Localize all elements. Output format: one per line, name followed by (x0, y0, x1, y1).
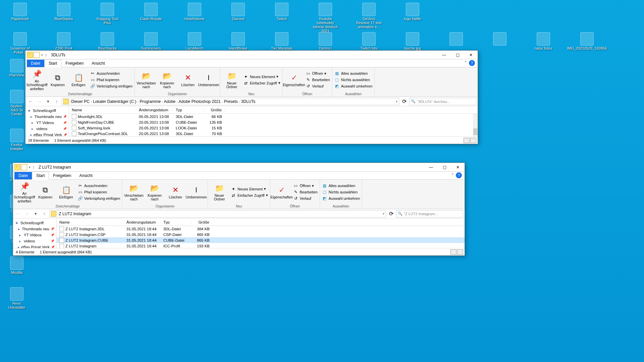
file-row[interactable]: NightFromDay.CUBE20.05.2021 13:08CUBE-Da… (69, 119, 478, 125)
invert-selection-button[interactable]: ◩Auswahl umkehren (334, 83, 373, 89)
paste-link-button[interactable]: 🔗Verknüpfung einfügen (90, 83, 132, 89)
navigation-pane[interactable]: ★Schnellzugriff ▸Thumbnails neu📌▸YT Vide… (25, 106, 69, 136)
nav-item[interactable]: ▸eBay Privat Verk📌 (13, 244, 56, 248)
close-button[interactable]: ✕ (464, 51, 478, 59)
refresh-button[interactable]: ⟳ (387, 210, 395, 218)
qat-icon[interactable] (21, 164, 27, 170)
new-item-button[interactable]: ✦Neues Element ▾ (231, 186, 268, 192)
breadcrumb-item[interactable]: Dieser PC (71, 99, 90, 104)
desktop-icon[interactable] (486, 32, 513, 62)
col-type[interactable]: Typ (173, 108, 204, 112)
desktop-icon[interactable]: natur fotos (530, 32, 557, 62)
forward-button[interactable]: → (36, 98, 43, 105)
new-folder-button[interactable]: 📁Neuer Ordner (210, 183, 229, 201)
select-none-button[interactable]: ▢Nichts auswählen (334, 77, 373, 82)
desktop-icon[interactable]: Hearthstone (181, 3, 208, 33)
col-name[interactable]: Name (57, 220, 124, 224)
tab-share[interactable]: Freigeben (49, 172, 75, 179)
minimize-ribbon-icon[interactable]: ⌃ (451, 173, 454, 177)
col-name[interactable]: Name (69, 108, 136, 112)
tab-view[interactable]: Ansicht (88, 60, 109, 67)
delete-button[interactable]: ✕Löschen (166, 185, 185, 199)
column-headers[interactable]: Name Änderungsdatum Typ Größe (69, 106, 478, 114)
desktop-icon[interactable]: Snipping Tool Plus (94, 3, 121, 33)
nav-item[interactable]: ▸videos📌 (25, 126, 69, 132)
breadcrumb-item[interactable]: Presets (224, 99, 238, 104)
view-details-button[interactable] (464, 138, 470, 143)
desktop-icon[interactable]: logo hälfte (399, 3, 426, 33)
pin-quickaccess-button[interactable]: 📌An Schnellzugriff anheften (28, 69, 46, 90)
qat-icon[interactable] (34, 52, 40, 58)
properties-button[interactable]: ✓Eigenschaften (285, 72, 304, 87)
paste-button[interactable]: 📋Einfügen (69, 72, 88, 87)
rename-button[interactable]: ＩUmbenennen (187, 185, 206, 199)
nav-item[interactable]: ▸eBay Privat Verk📌 (25, 132, 69, 136)
copy-path-button[interactable]: ▭Pfad kopieren (90, 77, 132, 82)
select-all-button[interactable]: ▦Alles auswählen (334, 71, 373, 76)
navigation-pane[interactable]: ★Schnellzugriff ▸Thumbnails neu📌▸YT Vide… (13, 219, 57, 248)
view-details-button[interactable] (450, 249, 457, 255)
tab-share[interactable]: Freigeben (61, 60, 88, 67)
maximize-button[interactable]: ▢ (438, 163, 451, 172)
tab-file[interactable]: Datei (27, 60, 44, 67)
invert-selection-button[interactable]: ◩Auswahl umkehren (322, 196, 360, 201)
breadcrumb-item[interactable]: Lokaler Datenträger (C:) (93, 99, 136, 104)
chevron-down-icon[interactable]: ▾ (396, 100, 397, 103)
paste-link-button[interactable]: 🔗Verknüpfung einfügen (77, 196, 120, 201)
titlebar[interactable]: 📁 ▾ | Z LUT2 Instagram — ▢ ✕ (13, 163, 465, 172)
desktop-icon[interactable]: Revo Uninstaller (7, 287, 27, 309)
refresh-button[interactable]: ⟳ (400, 98, 408, 105)
col-size[interactable]: Größe (204, 108, 225, 112)
desktop-icon[interactable]: Spybot-S&D St Center (7, 90, 27, 116)
new-item-button[interactable]: ✦Neues Element ▾ (243, 74, 280, 79)
pin-quickaccess-button[interactable]: 📌An Schnellzugriff anheften (15, 181, 34, 203)
history-button[interactable]: ↺Verlauf (306, 83, 330, 89)
select-none-button[interactable]: ▢Nichts auswählen (322, 189, 360, 195)
nav-item[interactable]: ▸Thumbnails neu📌 (13, 226, 56, 232)
file-row[interactable]: Z LUT2 Instagram31.05.2021 18:44ICC-Prof… (57, 243, 465, 248)
breadcrumb-item[interactable]: 3DLUTs (241, 99, 256, 104)
tab-home[interactable]: Start (32, 172, 49, 180)
nav-item[interactable]: ▸YT Videos📌 (25, 120, 69, 126)
minimize-button[interactable]: — (437, 51, 451, 59)
desktop-icon[interactable]: Mozilla (7, 256, 27, 275)
move-to-button[interactable]: 📂Verschieben nach (137, 71, 156, 89)
file-row[interactable]: Moonlight.3DL05.05.2021 13:083DL-Datei66… (69, 114, 478, 119)
back-button[interactable]: ← (14, 210, 22, 218)
quickaccess-header[interactable]: ★Schnellzugriff (13, 220, 56, 226)
close-button[interactable]: ✕ (451, 163, 465, 172)
file-row[interactable]: TealOrangePlusContrast.3DL20.05.2021 13:… (69, 131, 478, 136)
tab-view[interactable]: Ansicht (75, 172, 96, 179)
copy-button[interactable]: ⧉Kopieren (48, 72, 67, 87)
minimize-button[interactable]: — (424, 163, 438, 172)
rename-button[interactable]: ＩUmbenennen (199, 72, 218, 87)
column-headers[interactable]: Name Änderungsdatum Typ Größe (57, 219, 465, 226)
history-button[interactable]: ↺Verlauf (293, 196, 318, 201)
copy-to-button[interactable]: 📂Kopieren nach (158, 71, 176, 89)
desktop-icon[interactable]: IrfanView (7, 59, 27, 77)
desktop-icon[interactable]: IMG_20210529_183956 (574, 32, 600, 62)
recent-button[interactable]: ▾ (32, 210, 39, 218)
titlebar[interactable]: 📁 ▾ | 3DLUTs — ▢ ✕ (25, 51, 478, 59)
open-button[interactable]: ▭Öffnen ▾ (293, 183, 318, 188)
help-icon[interactable]: ? (469, 60, 475, 66)
cut-button[interactable]: ✂Ausschneiden (90, 71, 132, 76)
desktop-icon[interactable]: Youtube tubebuddy tutorial deutsch 2021 (312, 3, 339, 33)
search-input[interactable]: 🔍"Z LUT2 Instagram... (396, 210, 463, 218)
breadcrumb-item[interactable]: Adobe Photoshop 2021 (179, 99, 221, 104)
move-to-button[interactable]: 📂Verschieben nach (124, 183, 143, 201)
view-icons-button[interactable] (470, 138, 476, 143)
forward-button[interactable]: → (23, 210, 31, 218)
properties-button[interactable]: ✓Eigenschaften (272, 185, 291, 199)
back-button[interactable]: ← (27, 98, 34, 105)
breadcrumb-item[interactable]: Z LUT2 Instagram (59, 212, 91, 216)
desktop-icon[interactable]: Papierkorb (7, 3, 34, 33)
delete-button[interactable]: ✕Löschen (178, 72, 197, 87)
file-row[interactable]: Z LUT2 Instagram.CUBE31.05.2021 18:44CUB… (57, 237, 465, 243)
easy-access-button[interactable]: ⇄Einfacher Zugriff ▾ (243, 80, 280, 86)
paste-button[interactable]: 📋Einfügen (57, 185, 75, 199)
desktop-icon[interactable]: Firefox Installer (7, 129, 27, 151)
edit-button[interactable]: ✎Bearbeiten (293, 189, 318, 195)
address-bar[interactable]: › Z LUT2 Instagram ▾ (49, 210, 386, 218)
tab-file[interactable]: Datei (14, 172, 32, 179)
